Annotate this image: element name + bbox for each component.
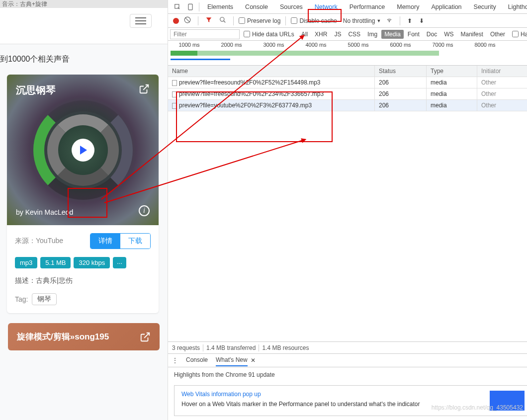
hamburger-icon (135, 17, 146, 24)
filter-all[interactable]: All (298, 30, 311, 39)
download-har-icon[interactable]: ⬇ (417, 17, 426, 24)
info-icon[interactable]: i (139, 205, 150, 216)
sound-card: 沉思钢琴 by Kevin MacLeod i (7, 75, 159, 313)
col-name[interactable]: Name (168, 66, 375, 77)
clear-icon[interactable] (182, 16, 193, 25)
highlights-title: Highlights from the Chrome 91 update (174, 371, 527, 378)
col-initiator[interactable]: Initiator (477, 66, 527, 77)
description: 描述：古典乐|悲伤 (15, 276, 151, 285)
vitals-link[interactable]: Web Vitals information pop up (181, 391, 420, 398)
drawer-tabs: ⋮ Console What's New ✕ (168, 353, 527, 367)
tab-network[interactable]: Network (309, 0, 344, 13)
inspect-element-icon[interactable] (171, 3, 184, 10)
card2-title: 旋律模式/剪辑»song195 (17, 331, 109, 342)
filter-bar: Hide data URLs All XHR JS CSS Img Media … (168, 28, 527, 41)
watermark: https://blog.csdn.net/qq_43505432 (432, 404, 523, 411)
filter-other[interactable]: Other (487, 30, 508, 39)
tab-sources[interactable]: Sources (274, 0, 309, 13)
network-timeline[interactable]: 1000 ms2000 ms3000 ms4000 ms5000 ms6000 … (168, 41, 527, 66)
tab-console[interactable]: Console (239, 0, 274, 13)
filter-css[interactable]: CSS (345, 30, 363, 39)
format-badge: mp3 (15, 257, 37, 268)
more-badge[interactable]: ... (113, 257, 126, 268)
browser-content: 音示：古典+旋律 到10000个相关声音 沉思钢琴 (0, 0, 168, 420)
card-body: 来源：YouTube 详情 下载 mp3 5.1 MB 320 kbps ...… (7, 225, 159, 313)
browser-tab-strip: 音示：古典+旋律 (0, 0, 168, 8)
tag-row: Tag: 钢琴 (15, 293, 151, 305)
filter-icon[interactable] (203, 16, 214, 25)
action-button-group: 详情 下载 (90, 233, 151, 249)
tab-title-fragment: 音示：古典+旋律 (2, 0, 47, 8)
filter-media[interactable]: Media (381, 30, 404, 39)
tab-elements[interactable]: Elements (201, 0, 239, 13)
bitrate-badge: 320 kbps (74, 257, 110, 268)
col-status[interactable]: Status (375, 66, 427, 77)
sound-card-2: 旋律模式/剪辑»song195 (8, 323, 160, 350)
close-icon[interactable]: ✕ (251, 357, 256, 364)
resources: 1.4 MB resources (262, 344, 309, 351)
external-link-icon[interactable] (139, 84, 150, 94)
tab-memory[interactable]: Memory (391, 0, 425, 13)
size-badge: 5.1 MB (40, 257, 71, 268)
filter-manifest[interactable]: Manifest (458, 30, 486, 39)
tab-performance[interactable]: Performance (344, 0, 391, 13)
hide-data-checkbox[interactable]: Hide data URLs (244, 31, 294, 38)
has-blocked-checkbox[interactable]: Has b (512, 31, 527, 38)
filter-ws[interactable]: WS (441, 30, 456, 39)
tag-chip[interactable]: 钢琴 (32, 293, 57, 305)
filter-doc[interactable]: Doc (424, 30, 440, 39)
disable-cache-checkbox[interactable]: Disable cache (291, 17, 337, 24)
drawer-tab-whatsnew[interactable]: What's New (216, 354, 248, 366)
network-table: Name Status Type Initiator preview?file=… (168, 66, 527, 341)
svg-rect-1 (188, 4, 192, 10)
filter-js[interactable]: JS (331, 30, 344, 39)
devtools-tabs: Elements Console Sources Network Perform… (168, 0, 527, 14)
drawer-tab-console[interactable]: Console (186, 354, 208, 366)
tag-label: Tag: (15, 295, 28, 303)
filter-xhr[interactable]: XHR (312, 30, 330, 39)
tab-security[interactable]: Security (468, 0, 502, 13)
network-toolbar: Preserve log Disable cache No throttling… (168, 14, 527, 28)
wifi-icon[interactable] (384, 16, 395, 25)
filter-font[interactable]: Font (405, 30, 423, 39)
download-button[interactable]: 下载 (120, 234, 150, 249)
vitals-desc: Hover on a Web Vitals marker in the Perf… (181, 401, 420, 408)
drawer-body: Highlights from the Chrome 91 update Web… (168, 367, 527, 420)
preserve-log-checkbox[interactable]: Preserve log (239, 17, 280, 24)
network-footer: 3 requests 1.4 MB transferred 1.4 MB res… (168, 341, 527, 353)
hamburger-menu-button[interactable] (130, 14, 152, 28)
drawer-menu-icon[interactable]: ⋮ (172, 357, 178, 364)
svg-point-3 (220, 17, 224, 21)
source-text: 来源：YouTube (15, 237, 63, 246)
page-body[interactable]: 到10000个相关声音 沉思钢琴 by Kevin MacL (0, 44, 168, 420)
device-toggle-icon[interactable] (184, 3, 197, 10)
svg-point-4 (389, 21, 390, 22)
transferred: 1.4 MB transferred (206, 344, 256, 351)
type-filter-group: All XHR JS CSS Img Media Font Doc WS Man… (298, 30, 508, 39)
tab-lighthouse[interactable]: Lighthou (502, 0, 527, 13)
devtools-panel: Elements Console Sources Network Perform… (168, 0, 527, 420)
table-row[interactable]: preview?file=youtube%2F0%2F3%2F637749.mp… (168, 100, 527, 111)
timeline-labels: 1000 ms2000 ms3000 ms4000 ms5000 ms6000 … (168, 42, 527, 48)
card-title: 沉思钢琴 (16, 84, 56, 97)
badge-row: mp3 5.1 MB 320 kbps ... (15, 257, 151, 268)
search-icon[interactable] (217, 16, 228, 25)
results-caption: 到10000个相关声音 (0, 44, 168, 75)
table-row[interactable]: preview?file=freesound%2F0%2F234%2F33665… (168, 88, 527, 100)
filter-img[interactable]: Img (364, 30, 380, 39)
table-row[interactable]: preview?file=freesound%2F0%2F52%2F154498… (168, 77, 527, 88)
artist-name: by Kevin MacLeod (16, 208, 73, 216)
table-header: Name Status Type Initiator (168, 66, 527, 77)
filter-input[interactable] (170, 29, 240, 39)
tab-application[interactable]: Application (425, 0, 467, 13)
throttling-dropdown[interactable]: No throttling▼ (343, 17, 381, 24)
detail-button[interactable]: 详情 (90, 234, 120, 249)
upload-har-icon[interactable]: ⬆ (405, 17, 414, 24)
record-button[interactable] (173, 18, 179, 24)
file-icon (172, 91, 177, 97)
play-button[interactable] (72, 139, 94, 162)
page-navbar (0, 8, 168, 44)
col-type[interactable]: Type (427, 66, 477, 77)
card-artwork: 沉思钢琴 by Kevin MacLeod i (7, 75, 159, 225)
external-link-icon[interactable] (140, 332, 151, 342)
